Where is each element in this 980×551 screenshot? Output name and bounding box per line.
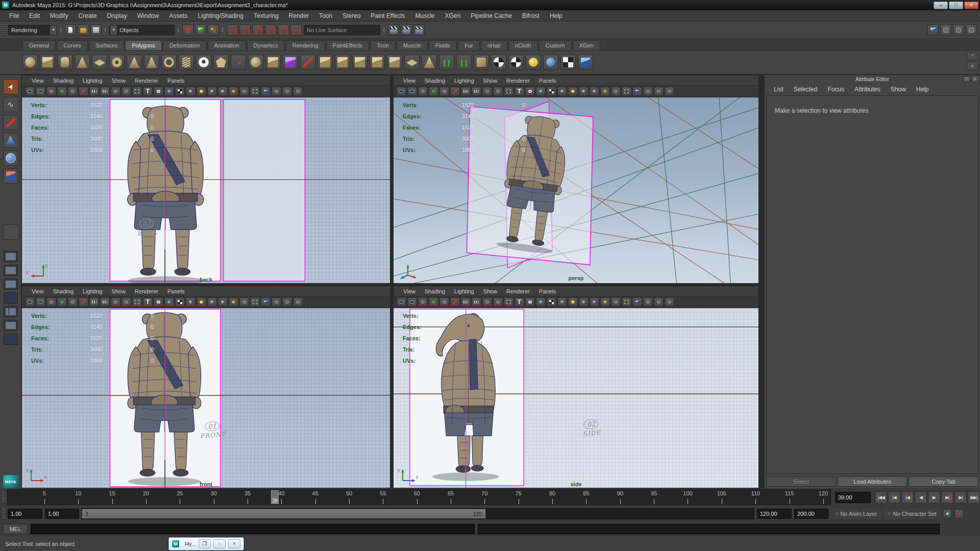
snap-projected-center-icon[interactable] xyxy=(265,24,276,36)
camera-attributes-icon[interactable] xyxy=(407,87,417,96)
menu-muscle[interactable]: Muscle xyxy=(410,12,440,19)
smooth-mesh-preview-icon[interactable] xyxy=(248,55,263,70)
shaded-mode-icon[interactable] xyxy=(164,297,174,307)
menu-file[interactable]: File xyxy=(4,12,24,19)
playback-start-field[interactable] xyxy=(8,509,42,519)
group-separator[interactable] xyxy=(221,24,225,36)
close-button[interactable]: × xyxy=(964,2,978,9)
safe-title-icon[interactable] xyxy=(514,297,524,307)
play-backwards-button[interactable]: ◀ xyxy=(915,491,927,504)
snap-grid-icon[interactable] xyxy=(227,24,238,36)
poly-cone-icon[interactable] xyxy=(75,55,90,70)
isolate-select-icon[interactable] xyxy=(622,297,631,307)
window-close-button[interactable]: × xyxy=(228,539,240,548)
ae-menu-selected[interactable]: Selected xyxy=(789,86,823,93)
component-mask-icon[interactable] xyxy=(208,24,219,36)
vp-menu-view[interactable]: View xyxy=(27,288,48,294)
live-surface-field[interactable] xyxy=(304,25,380,35)
poly-helix-icon[interactable] xyxy=(179,55,194,70)
checker-sphere-b-icon[interactable] xyxy=(508,55,524,70)
scale-tool[interactable] xyxy=(3,168,18,184)
last-tool-slot[interactable] xyxy=(3,224,18,240)
vp-menu-renderer[interactable]: Renderer xyxy=(502,78,534,84)
camera-attributes-icon[interactable] xyxy=(36,87,45,96)
menu-edit[interactable]: Edit xyxy=(24,12,45,19)
camera-attributes-icon[interactable] xyxy=(36,297,45,307)
shelf-tab-deformation[interactable]: Deformation xyxy=(163,40,207,50)
selection-mask-field[interactable]: ▼ xyxy=(109,25,175,35)
step-back-key-button[interactable]: |◀ xyxy=(901,491,914,504)
motion-blur-icon[interactable] xyxy=(229,297,238,307)
camera-bookmarks-icon[interactable] xyxy=(418,87,428,96)
vp-menu-view[interactable]: View xyxy=(399,78,420,84)
uv-editor-icon[interactable] xyxy=(578,55,593,70)
select-camera-icon[interactable] xyxy=(25,297,35,307)
close-panel-button[interactable]: × xyxy=(971,76,978,82)
step-back-frame-button[interactable]: |◀ xyxy=(888,491,900,504)
select-button[interactable]: Select xyxy=(766,477,836,487)
menu-paint-effects[interactable]: Paint Effects xyxy=(365,12,410,19)
film-gate-icon[interactable] xyxy=(461,87,471,96)
quad-draw-tool-icon[interactable] xyxy=(439,55,454,70)
motion-blur-icon[interactable] xyxy=(229,87,238,96)
ambient-occlusion-icon[interactable] xyxy=(590,87,599,96)
gate-mask-icon[interactable] xyxy=(482,297,492,307)
float-panel-button[interactable]: □ xyxy=(963,76,970,82)
shelf-tab-animation[interactable]: Animation xyxy=(208,40,246,50)
poly-separate-icon[interactable] xyxy=(352,55,368,70)
xray-mode-icon[interactable] xyxy=(261,87,271,96)
go-to-end-button[interactable]: ▶▶| xyxy=(968,491,980,504)
auto-keyframe-toggle[interactable] xyxy=(954,509,964,518)
range-slider-grip[interactable] xyxy=(2,508,5,520)
exposure-control-icon[interactable] xyxy=(654,87,664,96)
rotate-tool[interactable] xyxy=(3,151,18,166)
shaded-mode-icon[interactable] xyxy=(536,87,546,96)
open-scene-icon[interactable] xyxy=(78,24,89,36)
shadows-mode-icon[interactable] xyxy=(579,297,589,307)
menu-modify[interactable]: Modify xyxy=(45,12,73,19)
menu-create[interactable]: Create xyxy=(73,12,102,19)
selection-mask-value[interactable] xyxy=(117,27,174,33)
shelf-tab-nhair[interactable]: nHair xyxy=(481,40,507,50)
load-attributes-button[interactable]: Load Attributes xyxy=(838,477,908,487)
shelf-tab-xgen[interactable]: XGen xyxy=(573,40,600,50)
select-camera-icon[interactable] xyxy=(397,297,406,307)
textured-mode-icon[interactable] xyxy=(547,87,556,96)
camera-bookmarks-icon[interactable] xyxy=(418,297,428,307)
xray-joints-icon[interactable] xyxy=(272,297,281,307)
vp-menu-show[interactable]: Show xyxy=(479,78,502,84)
character-set-selector[interactable]: ▽ No Character Set xyxy=(884,509,940,519)
snap-view-plane-icon[interactable] xyxy=(278,24,289,36)
channel-box-toggle[interactable] xyxy=(966,24,977,36)
menu-xgen[interactable]: XGen xyxy=(440,12,466,19)
grease-pencil-icon[interactable] xyxy=(79,297,88,307)
gate-mask-icon[interactable] xyxy=(482,87,492,96)
vp-menu-panels[interactable]: Panels xyxy=(163,288,189,294)
resolution-gate-icon[interactable] xyxy=(472,297,481,307)
image-plane-icon[interactable] xyxy=(429,87,438,96)
wireframe-mode-icon[interactable] xyxy=(525,87,535,96)
viewport-back-canvas[interactable]: Verts:15220Edges:31460Faces:16260Tris:30… xyxy=(22,97,390,283)
hierarchy-mask-icon[interactable] xyxy=(182,24,193,36)
use-default-material-icon[interactable] xyxy=(186,297,195,307)
shelf-tab-general[interactable]: General xyxy=(22,40,56,50)
resolution-gate-icon[interactable] xyxy=(100,297,110,307)
save-scene-icon[interactable] xyxy=(90,24,102,36)
viewport-front-canvas[interactable]: Verts:15220Edges:31460Faces:16260Tris:30… xyxy=(22,308,390,488)
gate-mask-icon[interactable] xyxy=(111,297,120,307)
vp-menu-view[interactable]: View xyxy=(27,78,48,84)
2d-pan-zoom-icon[interactable] xyxy=(68,297,78,307)
xray-joints-icon[interactable] xyxy=(643,87,653,96)
yellow-light-sphere-icon[interactable] xyxy=(526,55,541,70)
group-separator[interactable] xyxy=(382,24,386,36)
three-pane-split-layout-button[interactable] xyxy=(4,306,18,317)
multi-cut-tool-icon[interactable] xyxy=(456,55,472,70)
image-plane-icon[interactable] xyxy=(57,87,67,96)
shadows-mode-icon[interactable] xyxy=(207,87,217,96)
gamma-control-icon[interactable] xyxy=(665,87,674,96)
play-forwards-button[interactable]: ▶ xyxy=(928,491,940,504)
xray-joints-icon[interactable] xyxy=(643,297,653,307)
poly-mirror-icon[interactable] xyxy=(317,55,333,70)
subdiv-proxy-icon[interactable] xyxy=(265,55,281,70)
ambient-occlusion-icon[interactable] xyxy=(590,297,599,307)
